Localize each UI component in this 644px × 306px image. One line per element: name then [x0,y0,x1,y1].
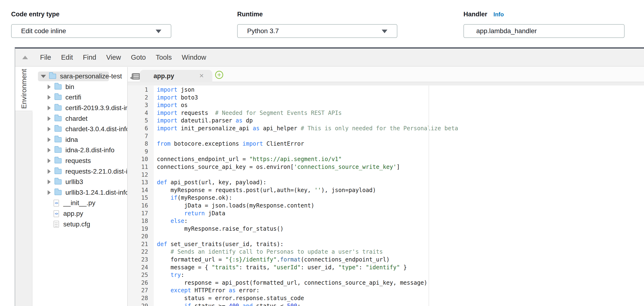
code-line[interactable]: else: [157,218,644,226]
menu-window[interactable]: Window [177,53,211,61]
code-line[interactable]: except HTTPError as error: [157,287,644,295]
tree-item-requests[interactable]: requests [32,156,127,166]
code-line[interactable]: connections_source_api_key = os.environ[… [157,164,644,171]
code-line[interactable]: import init_personalize_api as api_helpe… [157,125,644,133]
menu-tools[interactable]: Tools [151,53,177,61]
tab-list-icon[interactable] [132,73,140,80]
code-line[interactable]: status = error.response.status_code [157,295,644,303]
code-line[interactable]: formatted_url = "{:s}/identify".format(c… [157,256,644,264]
disclosure-collapsed-icon[interactable] [48,158,51,163]
tree-item-requests-2-21-0-dist-info[interactable]: requests-2.21.0.dist-info [32,166,127,177]
tree-item--init-py[interactable]: __init__.py [32,198,127,208]
code-line[interactable]: import dateutil.parser as dp [157,117,644,125]
tree-item-urllib3[interactable]: urllib3 [32,177,127,187]
handler-input[interactable]: app.lambda_handler [464,24,624,38]
tree-item-certifi[interactable]: certifi [32,92,127,103]
code-line[interactable]: import boto3 [157,94,644,102]
folder-icon [54,126,62,132]
folder-icon [54,105,62,111]
tab-app-py[interactable]: app.py × [140,70,212,82]
line-number: 19 [128,226,148,233]
handler-value: app.lambda_handler [476,27,537,35]
code-line[interactable]: myResponse = requests.post(url,auth=(key… [157,187,644,195]
code-line[interactable] [157,171,644,179]
tree-item-idna[interactable]: idna [32,135,127,145]
line-number: 29 [128,303,148,306]
code-line[interactable]: # Sends an identify call to Personas to … [157,249,644,256]
tree-item-label: requests [66,157,91,165]
handler-group: HandlerInfo app.lambda_handler [464,9,624,19]
tree-item-idna-2-8-dist-info[interactable]: idna-2.8.dist-info [32,145,127,156]
code-content[interactable]: import jsonimport boto3import osimport r… [154,85,644,306]
line-number: 12 [128,171,148,179]
tree-item-label: idna-2.8.dist-info [66,146,114,154]
line-number: 25 [128,272,148,280]
tree-item-label: bin [66,83,74,91]
line-number: 14 [128,187,148,195]
tree-item-bin[interactable]: bin [32,82,127,92]
menu-file[interactable]: File [35,53,56,61]
code-line[interactable]: if(myResponse.ok): [157,194,644,202]
disclosure-collapsed-icon[interactable] [48,180,51,184]
code-line[interactable]: response = api_post(formatted_url, conne… [157,280,644,287]
close-icon[interactable]: × [199,71,204,80]
code-line[interactable]: connections_endpoint_url = "https://api.… [157,156,644,164]
menu-view[interactable]: View [101,53,126,61]
runtime-select[interactable]: Python 3.7 [237,24,397,38]
code-line[interactable]: return jData [157,210,644,218]
environment-tab[interactable]: Environment [15,67,32,111]
code-line[interactable]: message = { "traits": traits, "userId": … [157,264,644,272]
menu-goto[interactable]: Goto [126,53,151,61]
info-link[interactable]: Info [494,11,504,17]
code-line[interactable]: from botocore.exceptions import ClientEr… [157,140,644,148]
code-pane[interactable]: 1234567891011121314151617181920212223242… [128,85,644,306]
line-number: 20 [128,233,148,241]
menu-edit[interactable]: Edit [56,53,78,61]
code-line[interactable]: try: [157,272,644,280]
add-tab-icon[interactable]: + [215,71,223,79]
code-line[interactable] [157,233,644,241]
line-number: 5 [128,117,148,125]
code-line[interactable]: myResponse.raise_for_status() [157,226,644,233]
code-line[interactable]: def api_post(url, key, payload): [157,179,644,187]
menu-bar-items: FileEditFindViewGotoToolsWindow [35,53,211,61]
disclosure-expanded-icon[interactable] [41,75,46,78]
code-line[interactable]: if status >= 400 and status < 500: [157,303,644,306]
tree-item-chardet[interactable]: chardet [32,113,127,124]
disclosure-collapsed-icon[interactable] [48,95,51,100]
editor-body: Environment sara-personalize-testbincert… [15,67,644,306]
tree-item-certifi-2019-3-9-dist-info[interactable]: certifi-2019.3.9.dist-info [32,103,127,113]
code-line[interactable]: import os [157,102,644,110]
collapse-editor-icon[interactable] [22,56,28,59]
disclosure-collapsed-icon[interactable] [48,169,51,174]
disclosure-collapsed-icon[interactable] [48,137,51,142]
folder-icon [54,190,62,195]
disclosure-collapsed-icon[interactable] [48,106,51,110]
disclosure-collapsed-icon[interactable] [48,190,51,195]
code-line[interactable] [157,148,644,156]
runtime-label: Runtime [237,9,397,19]
tree-item-label: setup.cfg [63,221,90,228]
disclosure-collapsed-icon[interactable] [48,148,51,153]
tree-item-label: app.py [63,210,83,217]
tree-item-chardet-3-0-4-dist-info[interactable]: chardet-3.0.4.dist-info [32,124,127,135]
code-entry-type-select[interactable]: Edit code inline [11,24,171,38]
tree-item-setup-cfg[interactable]: setup.cfg [32,219,127,230]
tree-item-sara-personalize-test[interactable]: sara-personalize-test [32,71,127,82]
code-entry-type-group: Code entry type Edit code inline [11,9,171,19]
line-number: 9 [128,148,148,156]
line-number: 11 [128,164,148,171]
menu-find[interactable]: Find [78,53,101,61]
code-line[interactable]: import json [157,86,644,94]
line-number: 6 [128,125,148,133]
tree-item-label: idna [66,136,78,144]
tree-item-urllib3-1-24-1-dist-info[interactable]: urllib3-1.24.1.dist-info [32,187,127,198]
code-line[interactable] [157,133,644,141]
tree-item-app-py[interactable]: app.py [32,208,127,219]
code-line[interactable]: jData = json.loads(myResponse.content) [157,202,644,210]
disclosure-collapsed-icon[interactable] [48,84,51,89]
code-line[interactable]: import requests # Needed for Segment Eve… [157,110,644,117]
code-line[interactable]: def set_user_traits(user_id, traits): [157,241,644,249]
disclosure-collapsed-icon[interactable] [48,116,51,121]
disclosure-collapsed-icon[interactable] [48,127,51,131]
